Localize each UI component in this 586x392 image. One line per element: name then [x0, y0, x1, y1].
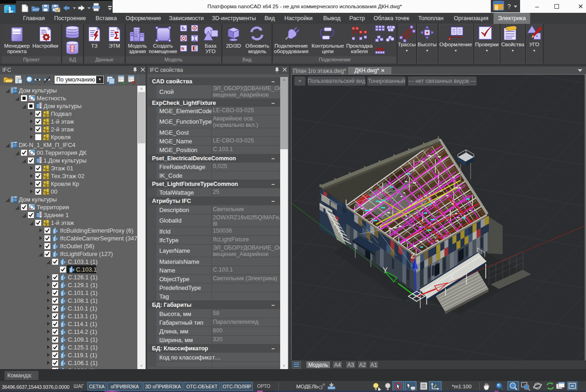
svg-text:N: N: [181, 46, 184, 51]
svg-text:Z: Z: [411, 252, 415, 260]
svg-text:X: X: [450, 273, 455, 281]
svg-text:Y: Y: [383, 267, 388, 274]
svg-text:?: ?: [507, 3, 511, 10]
